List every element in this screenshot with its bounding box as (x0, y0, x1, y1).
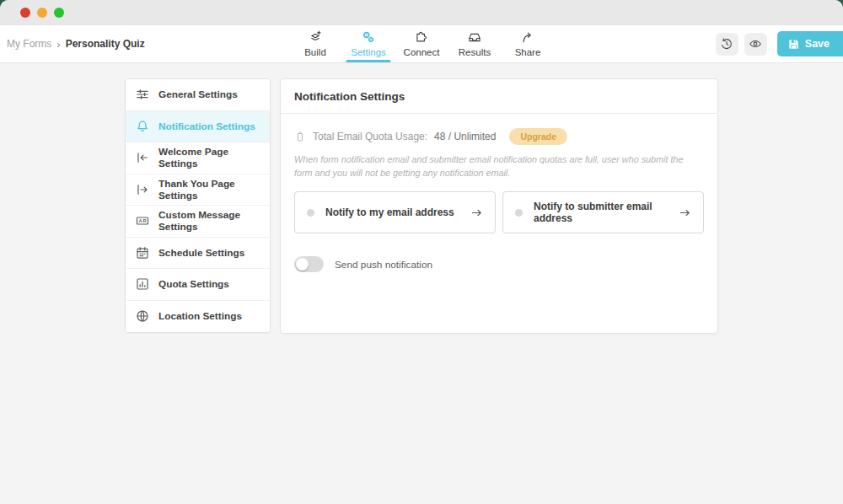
history-icon (720, 37, 733, 51)
notify-my-email-label: Notify to my email address (325, 206, 454, 218)
calendar-icon (136, 246, 149, 260)
status-dot (307, 209, 314, 217)
tab-results-label: Results (459, 47, 491, 57)
quota-usage-value: 48 / Unlimited (434, 131, 496, 142)
skip-forward-icon (136, 183, 149, 196)
app-window: My Forms › Personality Quiz Build (0, 0, 843, 504)
tab-build[interactable]: Build (289, 25, 342, 62)
abbreviation-box-icon: A R (136, 214, 149, 228)
close-window-button[interactable] (20, 8, 30, 18)
push-notification-row: Send push notification (294, 256, 704, 272)
zoom-window-button[interactable] (54, 8, 64, 18)
sidebar-item-location-settings[interactable]: Location Settings (126, 301, 270, 333)
tab-settings[interactable]: Settings (342, 25, 395, 62)
bell-icon (136, 120, 149, 133)
quota-usage-label: Total Email Quota Usage: (313, 131, 427, 142)
breadcrumb: My Forms › Personality Quiz (7, 25, 145, 62)
tab-results[interactable]: Results (448, 25, 502, 62)
top-nav: My Forms › Personality Quiz Build (0, 25, 843, 63)
svg-text:A: A (138, 219, 142, 224)
breadcrumb-separator: › (56, 38, 60, 51)
tab-settings-label: Settings (351, 47, 386, 57)
sidebar-item-label: Location Settings (158, 310, 242, 322)
sidebar-item-label: Welcome Page Settings (158, 146, 260, 169)
sidebar-item-label: Custom Message Settings (158, 209, 260, 233)
sidebar-item-label: Quota Settings (158, 278, 229, 290)
notify-my-email-card[interactable]: Notify to my email address (294, 191, 496, 233)
settings-sidebar: General Settings Notification Settings W… (125, 78, 271, 333)
sidebar-item-quota-settings[interactable]: Quota Settings (126, 269, 270, 301)
sidebar-item-label: General Settings (158, 88, 238, 100)
main-tabs: Build Settings Connect (289, 25, 555, 62)
sidebar-item-general-settings[interactable]: General Settings (126, 79, 270, 111)
notify-submitter-email-label: Notify to submitter email address (534, 201, 679, 224)
history-button[interactable] (716, 33, 738, 56)
skip-back-icon (136, 151, 149, 164)
quota-usage-row: Total Email Quota Usage: 48 / Unlimited … (294, 128, 704, 145)
battery-icon (294, 131, 306, 142)
sidebar-item-welcome-page-settings[interactable]: Welcome Page Settings (126, 142, 270, 174)
tab-share[interactable]: Share (502, 25, 555, 62)
title-bar (0, 0, 843, 25)
arrow-right-icon (679, 206, 691, 219)
sliders-icon (136, 88, 149, 101)
globe-icon (136, 309, 149, 323)
sidebar-item-notification-settings[interactable]: Notification Settings (126, 111, 270, 143)
tab-connect[interactable]: Connect (395, 25, 448, 62)
preview-button[interactable] (744, 33, 767, 56)
toggle-knob (296, 258, 309, 271)
bar-chart-box-icon (136, 277, 149, 291)
notification-settings-panel: Notification Settings Total Email Quota … (280, 78, 718, 334)
sidebar-item-label: Thank You Page Settings (158, 178, 260, 201)
build-icon (309, 30, 323, 45)
sidebar-item-label: Schedule Settings (158, 247, 244, 259)
sidebar-item-schedule-settings[interactable]: Schedule Settings (126, 238, 270, 270)
nav-actions: Save (716, 25, 843, 62)
connect-icon (415, 30, 429, 45)
results-icon (468, 30, 482, 45)
status-dot (515, 209, 523, 217)
upgrade-badge[interactable]: Upgrade (509, 128, 567, 145)
content-area: General Settings Notification Settings W… (0, 63, 843, 334)
svg-text:R: R (143, 219, 147, 224)
share-icon (521, 30, 535, 45)
save-button-label: Save (805, 38, 830, 50)
floppy-icon (787, 38, 800, 51)
breadcrumb-current-form: Personality Quiz (66, 38, 145, 50)
sidebar-item-custom-message-settings[interactable]: A R Custom Message Settings (126, 206, 270, 238)
settings-icon (362, 30, 376, 45)
panel-title: Notification Settings (281, 79, 717, 114)
panel-body: Total Email Quota Usage: 48 / Unlimited … (281, 114, 717, 287)
tab-build-label: Build (304, 47, 326, 57)
sidebar-item-label: Notification Settings (158, 121, 255, 132)
arrow-right-icon (470, 206, 483, 219)
breadcrumb-my-forms[interactable]: My Forms (7, 38, 51, 50)
tab-connect-label: Connect (404, 47, 440, 57)
notify-submitter-email-card[interactable]: Notify to submitter email address (502, 191, 704, 233)
notify-cards: Notify to my email address Notify to sub… (294, 191, 704, 233)
quota-description: When form notification email and submitt… (294, 153, 704, 180)
tab-share-label: Share (515, 47, 541, 57)
push-notification-toggle[interactable] (294, 256, 324, 272)
eye-icon (749, 37, 762, 51)
minimize-window-button[interactable] (37, 8, 47, 18)
push-notification-label: Send push notification (335, 259, 432, 271)
save-button[interactable]: Save (777, 31, 843, 56)
sidebar-item-thank-you-page-settings[interactable]: Thank You Page Settings (126, 174, 270, 206)
